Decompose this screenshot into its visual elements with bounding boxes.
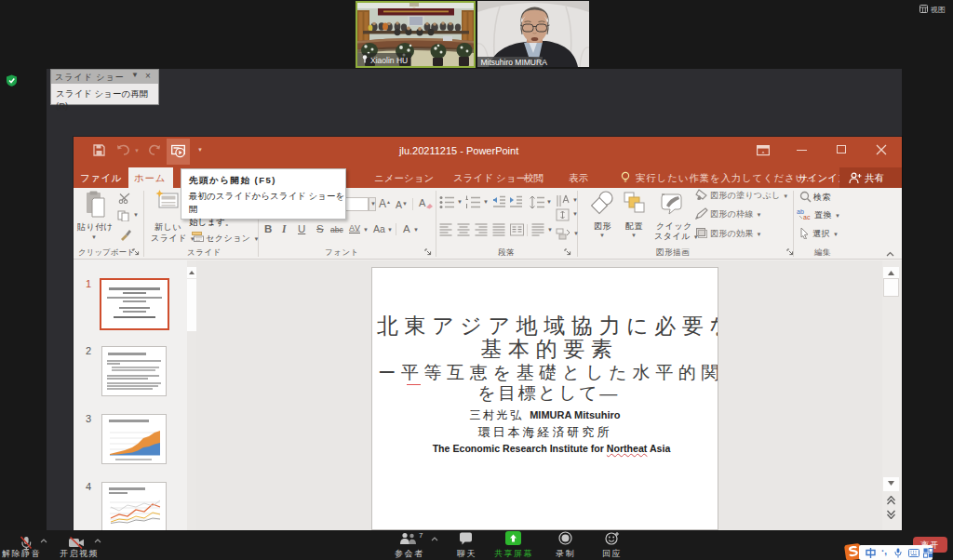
svg-text:Xiaolin HU: Xiaolin HU [370,56,408,65]
svg-text:Mitsuhiro MIMURA: Mitsuhiro MIMURA [481,58,548,67]
svg-text:ac: ac [803,214,811,220]
